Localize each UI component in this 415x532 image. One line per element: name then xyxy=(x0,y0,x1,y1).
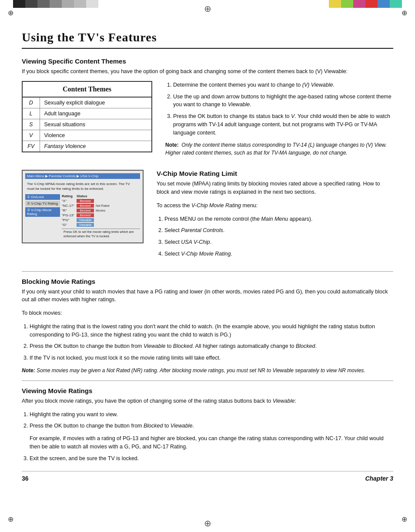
themes-step-3: Press the OK button to change its status… xyxy=(173,112,393,137)
table-row: L Adult language xyxy=(22,108,152,119)
page-content: Using the TV's Features Viewing Specific… xyxy=(0,9,415,499)
reg-mark-br: ⊕ xyxy=(402,515,407,523)
viewing-movie-heading: Viewing Movie Ratings xyxy=(22,387,393,394)
label-l: Adult language xyxy=(40,108,152,119)
label-v: Violence xyxy=(40,130,152,141)
table-row: D Sexually explicit dialogue xyxy=(22,97,152,108)
themes-note: Note: Only the content theme status corr… xyxy=(165,141,393,157)
blocking-heading: Blocking Movie Ratings xyxy=(22,278,393,285)
blocking-intro: If you only want your child to watch mov… xyxy=(22,288,393,304)
tv-rating-g: "G" Viewable xyxy=(62,223,140,227)
table-row: S Sexual situations xyxy=(22,119,152,130)
section-rule-1 xyxy=(22,271,393,272)
tv-mockup: Main Menu ▶ Parental Controls ▶ USA V-Ch… xyxy=(22,170,144,243)
code-d: D xyxy=(22,97,40,108)
vchip-step-4: Select V-Chip Movie Rating. xyxy=(164,250,393,258)
vchip-access-label: To access the V-Chip Movie Rating menu: xyxy=(157,202,393,210)
top-bar-right-blocks xyxy=(329,0,402,8)
vchip-step-3: Select USA V-Chip. xyxy=(164,238,393,246)
reg-mark-tl: ⊕ xyxy=(8,9,13,17)
blocking-step-2: Press the OK button to change the button… xyxy=(30,342,393,350)
viewing-specific-heading: Viewing Specific Content Themes xyxy=(22,57,393,65)
code-l: L xyxy=(22,108,40,119)
blocking-step-1: Highlight the rating that is the lowest … xyxy=(30,323,393,339)
footer-page-number: 36 xyxy=(22,475,29,482)
table-row: V Violence xyxy=(22,130,152,141)
code-s: S xyxy=(22,119,40,130)
viewing-movie-note-para: For example, if movies with a rating of … xyxy=(30,434,393,451)
tv-rating-r: "R" Blocked Movies xyxy=(62,209,140,212)
vchip-step-2: Select Parental Controls. xyxy=(164,226,393,235)
vchip-steps-list: Press MENU on the remote control (the Ma… xyxy=(157,215,393,258)
content-themes-table: Content Themes D Sexually explicit dialo… xyxy=(22,81,152,152)
label-s: Sexual situations xyxy=(40,119,152,130)
section-rule-2 xyxy=(22,380,393,381)
tv-nav-tvrating: ① V-Chip TV Rating xyxy=(25,201,60,206)
vchip-step-1: Press MENU on the remote control (the Ma… xyxy=(164,215,393,223)
tv-footer: Press OK to set the movie rating limits … xyxy=(62,229,140,240)
tv-rating-pg: "PG" Viewable xyxy=(62,218,140,222)
vchip-intro: You set movie (MPAA) rating limits by bl… xyxy=(157,180,393,196)
viewing-movie-step-2: Press the OK button to change the button… xyxy=(30,422,393,430)
table-title: Content Themes xyxy=(22,81,152,97)
label-d: Sexually explicit dialogue xyxy=(40,97,152,108)
vchip-heading: V-Chip Movie Rating Limit xyxy=(157,170,393,177)
themes-step-1: Determine the content themes you want to… xyxy=(173,81,393,89)
tv-intro-text: The V-Chip MPAA movie rating limits are … xyxy=(25,181,140,192)
tv-breadcrumb: Main Menu ▶ Parental Controls ▶ USA V-Ch… xyxy=(25,173,140,179)
tv-rating-pg13: "PG-13" Blocked xyxy=(62,213,140,217)
tv-nav-onlock: ① On/Lock xyxy=(25,194,60,200)
tv-mockup-container: Main Menu ▶ Parental Controls ▶ USA V-Ch… xyxy=(22,170,144,262)
tv-ratings-area: Rating Status "X" Blocked "NC-17" Blocke… xyxy=(62,194,140,240)
tv-rating-x: "X" Blocked xyxy=(62,199,140,203)
crosshair-top: ⊕ xyxy=(204,3,211,14)
viewing-movie-step-1: Highlight the rating you want to view. xyxy=(30,411,393,419)
tv-rating-nc17: "NC-17" Blocked Not Rated xyxy=(62,204,140,208)
themes-steps-container: Determine the content themes you want to… xyxy=(165,81,393,162)
themes-steps-list: Determine the content themes you want to… xyxy=(165,81,393,137)
crosshair-bottom: ⊕ xyxy=(204,518,211,529)
tv-nav: ① On/Lock ① V-Chip TV Rating ② V-Chip Mo… xyxy=(25,194,60,240)
viewing-movie-step-3: Exit the screen, and be sure the TV is l… xyxy=(30,455,393,463)
reg-mark-bl: ⊕ xyxy=(8,515,13,523)
page-title: Using the TV's Features xyxy=(22,30,393,49)
themes-step-2: Use the up and down arrow buttons to hig… xyxy=(173,93,393,109)
tv-sidebar: ① On/Lock ① V-Chip TV Rating ② V-Chip Mo… xyxy=(25,194,140,240)
themes-section: Content Themes D Sexually explicit dialo… xyxy=(22,81,393,162)
top-bar-left-blocks xyxy=(13,0,98,8)
table-row: FV Fantasy Violence xyxy=(22,141,152,152)
viewing-movie-intro: After you block movie ratings, you have … xyxy=(22,397,393,405)
viewing-specific-intro: If you block specific content themes, yo… xyxy=(22,67,393,76)
footer-chapter: Chapter 3 xyxy=(365,475,393,482)
themes-table-container: Content Themes D Sexually explicit dialo… xyxy=(22,81,152,162)
tv-col-headers: Rating Status xyxy=(62,194,140,198)
tv-nav-movierating: ② V-Chip Movie Rating xyxy=(25,207,60,217)
code-v: V xyxy=(22,130,40,141)
vchip-section: Main Menu ▶ Parental Controls ▶ USA V-Ch… xyxy=(22,170,393,262)
label-fv: Fantasy Violence xyxy=(40,141,152,152)
blocking-steps-list: Highlight the rating that is the lowest … xyxy=(22,323,393,362)
blocking-step-3: If the TV is not locked, you must lock i… xyxy=(30,354,393,362)
vchip-text: V-Chip Movie Rating Limit You set movie … xyxy=(157,170,393,262)
blocking-sub-intro: To block movies: xyxy=(22,309,393,317)
reg-mark-tr: ⊕ xyxy=(402,9,407,17)
blocking-note: Note: Some movies may be given a Not Rat… xyxy=(22,367,393,374)
code-fv: FV xyxy=(22,141,40,152)
page-footer: 36 Chapter 3 xyxy=(22,471,393,482)
viewing-movie-step3-list: Exit the screen, and be sure the TV is l… xyxy=(22,455,393,463)
viewing-movie-steps-list: Highlight the rating you want to view. P… xyxy=(22,411,393,431)
